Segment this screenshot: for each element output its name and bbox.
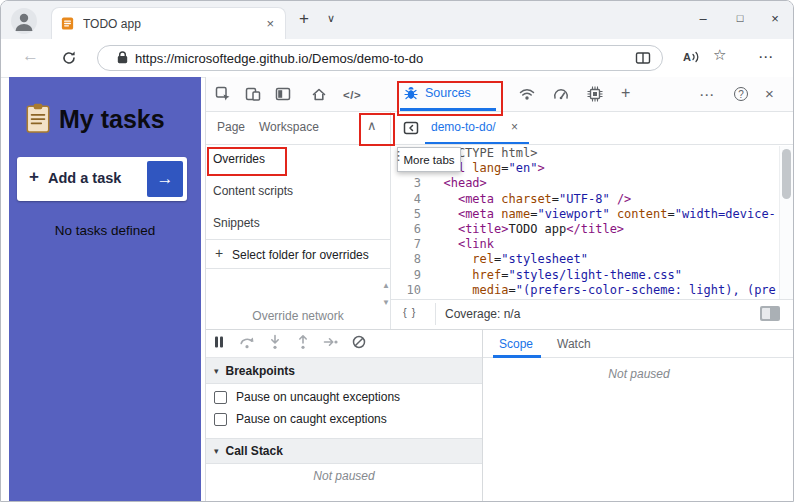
editor-scrollbar-thumb[interactable] [782, 149, 791, 199]
sources-active-underline [400, 108, 496, 111]
tab-title: TODO app [83, 17, 263, 31]
menu-item-content-scripts[interactable]: Content scripts [213, 184, 293, 198]
close-window-button[interactable]: × [763, 11, 787, 26]
editor-tab-close-icon[interactable]: × [511, 120, 518, 134]
tab-watch[interactable]: Watch [557, 337, 591, 351]
more-options-icon[interactable]: ⋮ [392, 148, 405, 163]
devtools-help-icon[interactable]: ? [734, 87, 748, 101]
tab-list-chevron-icon[interactable]: ∨ [327, 12, 335, 25]
code-line: 5 <meta name="viewport" content="width=d… [391, 207, 779, 222]
code-text: href="styles/light-theme.css" [429, 268, 682, 283]
line-number[interactable]: 8 [391, 252, 429, 267]
add-task-label: Add a task [48, 170, 121, 186]
pause-caught-checkbox[interactable] [214, 413, 227, 426]
devtools-close-icon[interactable]: × [765, 85, 774, 102]
code-text: <meta charset="UTF-8" /> [429, 192, 631, 207]
split-screen-icon[interactable] [635, 50, 651, 66]
code-text: <title>TODO app</title> [429, 222, 624, 237]
line-number[interactable]: 5 [391, 207, 429, 222]
browser-window: TODO app × + ∨ – □ × ← https://microsoft… [0, 0, 794, 502]
scope-status: Not paused [483, 367, 794, 381]
code-text: <link [429, 237, 494, 252]
code-line: 9 href="styles/light-theme.css" [391, 268, 779, 283]
collapse-triangle-icon: ▾ [214, 446, 219, 456]
performance-icon[interactable] [553, 86, 569, 102]
line-number[interactable]: 7 [391, 237, 429, 252]
pause-icon[interactable] [211, 334, 227, 350]
code-line: 6 <title>TODO app</title> [391, 222, 779, 237]
devtools-more-icon[interactable]: ⋯ [699, 86, 714, 104]
media-icon[interactable] [759, 305, 781, 322]
more-tabs-tooltip: More tabs [397, 147, 461, 172]
editor-tab-underline [425, 142, 529, 144]
code-line: 4 <meta charset="UTF-8" /> [391, 192, 779, 207]
minimize-button[interactable]: – [691, 11, 715, 26]
code-text: <meta name="viewport" content="width=dev… [429, 207, 776, 222]
more-tabs-button[interactable]: ∧ [367, 118, 377, 133]
tab-sources[interactable]: Sources [403, 85, 471, 101]
line-number[interactable]: 9 [391, 268, 429, 283]
tab-strip: TODO app × + ∨ – □ × [1, 1, 793, 39]
editor-tab-demo-to-do[interactable]: demo-to-do/ [431, 120, 496, 134]
read-aloud-letter: A [683, 51, 691, 63]
scroll-down-icon[interactable]: ▼ [382, 298, 390, 307]
call-stack-section-header[interactable]: ▾ Call Stack [206, 438, 482, 464]
new-tab-button[interactable]: + [299, 9, 309, 29]
breakpoints-label: Breakpoints [226, 364, 295, 378]
url-text[interactable]: https://microsoftedge.github.io/Demos/de… [135, 51, 423, 66]
elements-code-icon[interactable]: </> [343, 89, 361, 101]
step-out-icon[interactable] [295, 334, 311, 350]
tab-favicon-icon [60, 16, 75, 31]
tab-close-icon[interactable]: × [263, 16, 277, 31]
refresh-button[interactable] [61, 50, 77, 66]
hide-navigator-icon[interactable] [403, 120, 419, 136]
code-text: <head> [429, 176, 487, 191]
code-line: 3 <head> [391, 176, 779, 191]
network-icon[interactable] [519, 86, 535, 102]
line-number[interactable]: 3 [391, 176, 429, 191]
read-aloud-button[interactable]: A [683, 49, 705, 65]
tab-scope[interactable]: Scope [499, 337, 533, 351]
code-line: 10 media="(prefers-color-scheme: light),… [391, 283, 779, 298]
profile-avatar[interactable] [11, 8, 37, 34]
step-icon[interactable] [323, 334, 339, 350]
sources-tab-label: Sources [425, 86, 471, 100]
call-stack-label: Call Stack [226, 444, 283, 458]
pause-caught-row[interactable]: Pause on caught exceptions [214, 412, 387, 426]
scroll-up-icon[interactable]: ▲ [382, 281, 390, 290]
select-folder-plus-icon[interactable]: + [215, 245, 223, 261]
menu-item-snippets[interactable]: Snippets [213, 216, 260, 230]
lock-icon[interactable] [115, 50, 130, 65]
menu-item-overrides[interactable]: Overrides [213, 152, 265, 166]
maximize-button[interactable]: □ [728, 12, 752, 24]
line-number[interactable]: 6 [391, 222, 429, 237]
pause-uncaught-row[interactable]: Pause on uncaught exceptions [214, 390, 400, 404]
tab-row-border [206, 144, 794, 145]
memory-icon[interactable] [587, 86, 603, 102]
breakpoints-section-header[interactable]: ▾ Breakpoints [206, 358, 482, 384]
pretty-print-button[interactable]: { } [403, 306, 416, 318]
browser-settings-more-icon[interactable]: ⋯ [758, 48, 773, 66]
step-over-icon[interactable] [239, 334, 255, 350]
line-number[interactable]: 10 [391, 283, 429, 298]
navigator-tab-page[interactable]: Page [217, 120, 245, 134]
more-tools-plus-icon[interactable]: + [621, 84, 630, 102]
favorites-star-icon[interactable]: ☆ [713, 46, 726, 64]
welcome-home-icon[interactable] [311, 86, 327, 102]
navigator-tab-workspace[interactable]: Workspace [259, 120, 319, 134]
scope-active-underline [493, 355, 541, 358]
dock-side-icon[interactable] [275, 86, 291, 102]
browser-tab[interactable]: TODO app × [51, 7, 286, 39]
deactivate-breakpoints-icon[interactable] [351, 334, 367, 350]
line-number[interactable]: 4 [391, 192, 429, 207]
debugger-status: Not paused [206, 469, 482, 483]
add-task-arrow-box[interactable]: → [147, 161, 183, 197]
select-folder-button[interactable]: Select folder for overrides [232, 248, 369, 262]
inspect-icon[interactable] [215, 86, 231, 102]
step-into-icon[interactable] [267, 334, 283, 350]
back-button[interactable]: ← [22, 46, 39, 66]
bug-icon [403, 85, 419, 101]
pause-uncaught-checkbox[interactable] [214, 391, 227, 404]
menu-divider [206, 239, 390, 240]
device-emulation-icon[interactable] [245, 86, 261, 102]
